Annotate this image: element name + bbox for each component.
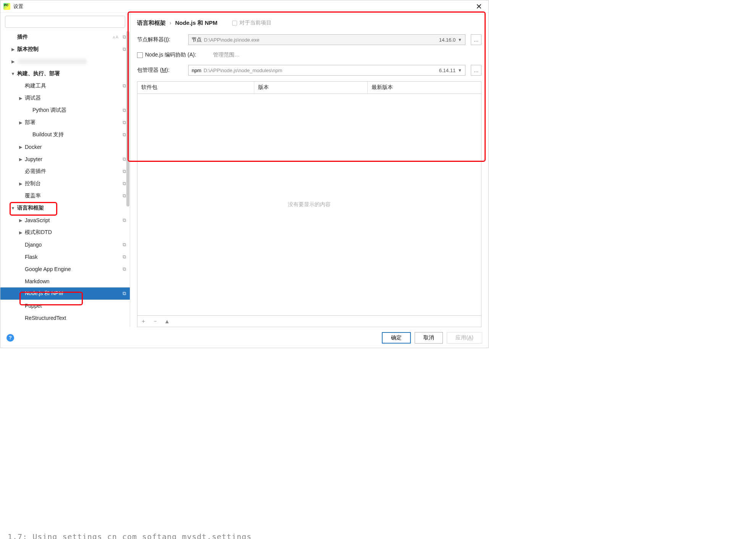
copy-icon: ⧉ bbox=[123, 266, 126, 272]
tree-item-gae[interactable]: ▶Google App Engine⧉ bbox=[0, 263, 130, 275]
tree-item-markdown[interactable]: ▶Markdown bbox=[0, 275, 130, 287]
add-package-button[interactable]: ＋ bbox=[141, 318, 146, 325]
close-icon[interactable]: ✕ bbox=[473, 1, 485, 12]
tree-item-debugger[interactable]: ▶调试器 bbox=[0, 92, 130, 104]
checkbox-icon bbox=[137, 52, 143, 58]
interpreter-label: 节点解释器(I): bbox=[137, 36, 183, 43]
ok-button[interactable]: 确定 bbox=[382, 332, 411, 344]
tree-item-lang-frameworks[interactable]: ▼语言和框架 bbox=[0, 202, 130, 214]
tree-item-python-debugger[interactable]: ▶Python 调试器⧉ bbox=[0, 104, 130, 116]
coding-assist-checkbox[interactable]: Node.js 编码协助 (A): bbox=[137, 52, 196, 58]
copy-icon: ⧉ bbox=[123, 242, 126, 248]
pycharm-icon bbox=[3, 3, 10, 10]
copy-icon: ⧉ bbox=[123, 217, 126, 223]
tree-item-version-control[interactable]: ▶版本控制⧉ bbox=[0, 43, 130, 55]
lang-badge-icon: ᴀA bbox=[113, 35, 119, 40]
tree-item-restructuredtext[interactable]: ▶ReStructuredText bbox=[0, 312, 130, 324]
project-icon bbox=[232, 21, 237, 26]
breadcrumb: 语言和框架 › Node.js 和 NPM 对于当前项目 bbox=[130, 13, 488, 31]
apply-button: 应用(A) bbox=[447, 332, 482, 344]
interpreter-browse-button[interactable]: … bbox=[471, 34, 481, 45]
dialog-title: 设置 bbox=[13, 3, 23, 10]
upgrade-package-button[interactable]: ▲ bbox=[164, 318, 170, 324]
chevron-down-icon: ▼ bbox=[458, 68, 462, 73]
chevron-down-icon: ▼ bbox=[10, 206, 16, 210]
tree-item-deploy[interactable]: ▶部署⧉ bbox=[0, 116, 130, 129]
manage-scope-link[interactable]: 管理范围… bbox=[213, 52, 240, 58]
col-version[interactable]: 版本 bbox=[254, 82, 368, 94]
tree-item-build-exec-deploy[interactable]: ▼构建、执行、部署 bbox=[0, 68, 130, 80]
crumb-lang-frameworks[interactable]: 语言和框架 bbox=[137, 19, 166, 27]
package-manager-label: 包管理器 (M): bbox=[137, 67, 183, 74]
tree-item-plugins[interactable]: ▶插件ᴀA⧉ bbox=[0, 31, 130, 43]
table-empty-text: 没有要显示的内容 bbox=[137, 94, 481, 315]
tree-item-coverage[interactable]: ▶覆盖率⧉ bbox=[0, 190, 130, 202]
project-scope-hint: 对于当前项目 bbox=[232, 19, 271, 26]
node-interpreter-select[interactable]: 节点 D:\APP\node.js\node.exe 14.16.0 ▼ bbox=[188, 34, 465, 45]
sidebar-scrollbar[interactable] bbox=[126, 31, 130, 327]
settings-search-input[interactable] bbox=[5, 16, 125, 28]
tree-item-blurred[interactable]: ▶ bbox=[0, 55, 130, 68]
col-latest[interactable]: 最新版本 bbox=[368, 82, 481, 94]
tree-item-puppet[interactable]: ▶Puppet bbox=[0, 300, 130, 312]
copy-icon: ⧉ bbox=[123, 193, 126, 199]
tree-item-schema-dtd[interactable]: ▶模式和DTD bbox=[0, 226, 130, 239]
packages-table: 软件包 版本 最新版本 没有要显示的内容 ＋ － ▲ bbox=[137, 81, 481, 327]
settings-tree[interactable]: ▶插件ᴀA⧉ ▶版本控制⧉ ▶ ▼构建、执行、部署 ▶构建工具⧉ ▶调试器 ▶P… bbox=[0, 31, 130, 327]
tree-item-buildout[interactable]: ▶Buildout 支持⧉ bbox=[0, 129, 130, 141]
package-manager-select[interactable]: npm D:\APP\node.js\node_modules\npm 6.14… bbox=[188, 65, 465, 76]
copy-icon: ⧉ bbox=[123, 83, 126, 89]
tree-item-console[interactable]: ▶控制台⧉ bbox=[0, 178, 130, 190]
chevron-down-icon: ▼ bbox=[10, 71, 16, 76]
tree-item-docker[interactable]: ▶Docker bbox=[0, 141, 130, 153]
copy-icon: ⧉ bbox=[123, 119, 126, 126]
crumb-nodejs: Node.js 和 NPM bbox=[175, 19, 218, 27]
tree-item-nodejs[interactable]: ▶Node.js 和 NPM⧉ bbox=[0, 287, 130, 300]
tree-item-django[interactable]: ▶Django⧉ bbox=[0, 239, 130, 251]
tree-item-build-tools[interactable]: ▶构建工具⧉ bbox=[0, 80, 130, 92]
copy-icon: ⧉ bbox=[123, 254, 126, 260]
tree-item-javascript[interactable]: ▶JavaScript⧉ bbox=[0, 214, 130, 226]
help-icon[interactable]: ? bbox=[6, 334, 14, 342]
copy-icon: ⧉ bbox=[123, 181, 126, 187]
cancel-button[interactable]: 取消 bbox=[415, 332, 443, 344]
chevron-right-icon: › bbox=[170, 20, 171, 26]
chevron-down-icon: ▼ bbox=[458, 37, 462, 42]
copy-icon: ⧉ bbox=[123, 107, 126, 113]
copy-icon: ⧉ bbox=[123, 34, 126, 40]
copy-icon: ⧉ bbox=[123, 46, 126, 52]
copy-icon: ⧉ bbox=[123, 132, 126, 138]
remove-package-button[interactable]: － bbox=[152, 318, 158, 325]
copy-icon: ⧉ bbox=[123, 156, 126, 162]
tree-item-jupyter[interactable]: ▶Jupyter⧉ bbox=[0, 153, 130, 165]
package-manager-browse-button[interactable]: … bbox=[471, 65, 481, 76]
copy-icon: ⧉ bbox=[123, 290, 126, 297]
copy-icon: ⧉ bbox=[123, 168, 126, 174]
tree-item-required-plugins[interactable]: ▶必需插件⧉ bbox=[0, 165, 130, 178]
tree-item-flask[interactable]: ▶Flask⧉ bbox=[0, 251, 130, 263]
col-package[interactable]: 软件包 bbox=[137, 82, 254, 94]
